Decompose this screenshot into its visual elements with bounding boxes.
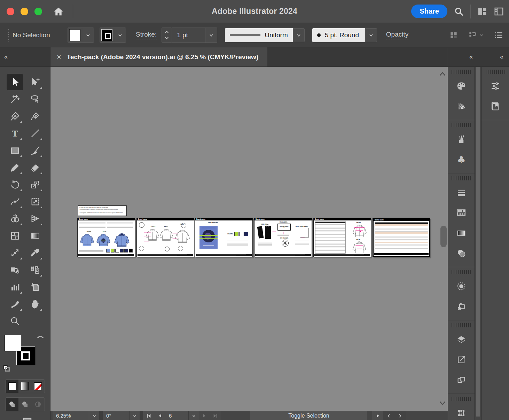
tool-blend[interactable] [7,262,23,278]
tool-eraser[interactable] [27,159,44,176]
artboard-6[interactable]: Brand name [373,218,430,257]
artboard-1[interactable]: Brand name FRONT: BACK: [77,218,135,257]
tool-scale[interactable] [27,176,44,193]
document-tab[interactable]: × Tech-pack (Adobe 2024 version).ai @ 6.… [50,47,267,67]
share-button[interactable]: Share [411,5,447,18]
symbols-panel-icon[interactable]: ♣ [448,149,475,170]
fill-proxy[interactable] [5,335,21,351]
scroll-up-icon[interactable] [439,71,446,78]
chevron-down-icon[interactable] [365,28,377,42]
stroke-weight-value[interactable]: 1 pt [172,28,205,43]
canvas-vertical-scrollbar[interactable] [440,79,447,399]
tool-lasso[interactable] [27,91,44,107]
chevron-down-icon[interactable] [114,28,126,43]
variable-width-profile-control[interactable]: Uniform [225,28,305,42]
brush-definition-control[interactable]: 5 pt. Round [312,28,377,42]
transparency-panel-icon[interactable] [448,243,475,263]
home-icon[interactable] [53,6,64,17]
previous-artboard-icon[interactable] [154,411,165,420]
tool-pen[interactable] [7,108,23,124]
tool-curvature[interactable] [27,108,44,124]
close-window-button[interactable] [7,8,14,15]
tool-hand[interactable] [27,296,44,312]
panel-gripper[interactable] [452,323,471,327]
collapse-panel-icon[interactable]: « [4,53,8,61]
tool-magic-wand[interactable] [7,91,23,107]
workspace-layout-icon[interactable] [477,6,487,17]
stroke-color-control[interactable] [100,28,126,43]
artboard-4[interactable]: Brand name HANG TAG: MAIN LABEL: BRAND-N… [254,218,312,257]
tool-slice-knife[interactable] [7,296,23,312]
draw-normal-button[interactable] [6,398,18,411]
swatches-panel-icon[interactable] [448,203,475,223]
last-artboard-icon[interactable] [210,411,221,420]
appearance-panel-icon[interactable] [448,276,475,296]
tool-width[interactable] [7,193,23,210]
control-bar-grip[interactable] [8,29,9,41]
tool-selection[interactable] [7,74,23,90]
stroke-swatch[interactable] [101,29,112,41]
tool-perspective-grid[interactable] [27,210,44,227]
arrange-documents-icon[interactable] [494,6,504,17]
tool-eyedropper[interactable] [27,244,44,261]
close-document-icon[interactable]: × [57,53,61,61]
tool-artboard[interactable] [27,279,44,295]
dock-scrollbar-thumb[interactable] [476,67,480,417]
search-icon[interactable] [454,6,464,17]
artboard-2[interactable]: Brand name FRONT: BACK: HOOD: [136,218,194,257]
artboard-number-field[interactable]: 6 [165,411,188,420]
scroll-down-icon[interactable] [439,400,446,407]
dock-scrollbar[interactable] [475,67,481,420]
tool-direct-selection[interactable] [27,74,44,90]
tool-symbol-sprayer[interactable] [27,262,44,278]
tool-measure[interactable] [7,244,23,261]
color-guide-panel-icon[interactable] [448,96,475,116]
tool-mesh[interactable] [7,227,23,244]
tool-rotate[interactable] [7,176,23,193]
tool-line-segment[interactable] [27,125,44,141]
chevron-down-icon[interactable] [205,28,217,43]
fill-swatch[interactable] [69,29,80,41]
fill-color-control[interactable] [68,28,94,43]
artboard-5[interactable]: Brand name FRONT: BACK: [313,218,371,257]
tool-shape-builder[interactable] [7,210,23,227]
next-artboard-icon[interactable] [199,411,210,420]
status-next-icon[interactable] [394,411,406,420]
stroke-weight-stepper[interactable] [162,28,172,43]
artboard-3[interactable]: Brand name MAIN ARTWORK: COLORS [195,218,253,257]
tool-rectangle[interactable] [7,142,23,158]
color-panel-icon[interactable] [448,76,475,96]
default-fill-stroke-icon[interactable] [3,365,10,374]
chevron-down-icon[interactable] [293,28,305,42]
panel-gripper[interactable] [452,397,471,401]
tool-zoom-tool[interactable] [7,313,23,329]
properties-panel-icon[interactable] [481,76,509,96]
tool-gradient[interactable] [27,227,44,244]
style-options-icon[interactable] [449,31,458,40]
collapse-panel-icon[interactable]: « [469,53,473,61]
gradient-panel-panel-icon[interactable] [448,223,475,243]
chevron-down-icon[interactable] [82,28,94,43]
panel-gripper[interactable] [452,270,471,274]
collapse-panel-icon[interactable]: « [500,53,504,61]
zoom-window-button[interactable] [34,8,42,15]
panel-gripper[interactable] [452,123,471,127]
menu-list-icon[interactable] [494,30,503,40]
graphic-styles-panel-icon[interactable] [448,296,475,317]
color-button[interactable] [6,380,18,393]
tool-paintbrush[interactable] [27,142,44,158]
artboard-dropdown-icon[interactable] [188,411,199,420]
screen-mode-icon[interactable] [17,416,33,420]
zoom-level-field[interactable]: 6.25% [53,411,89,420]
brushes-panel-icon[interactable] [448,129,475,149]
opacity-panel-link[interactable]: Opacity [386,31,408,39]
panel-gripper[interactable] [486,70,505,74]
zoom-level-dropdown-icon[interactable] [89,411,99,420]
gradient-button[interactable] [18,380,31,393]
status-play-icon[interactable] [372,411,383,420]
stroke-panel-link[interactable]: Stroke: [136,31,157,39]
scrollbar-thumb[interactable] [440,226,447,247]
artboards-panel-panel-icon[interactable] [448,370,475,390]
panel-gripper[interactable] [452,70,471,74]
tool-pencil[interactable] [7,159,23,176]
